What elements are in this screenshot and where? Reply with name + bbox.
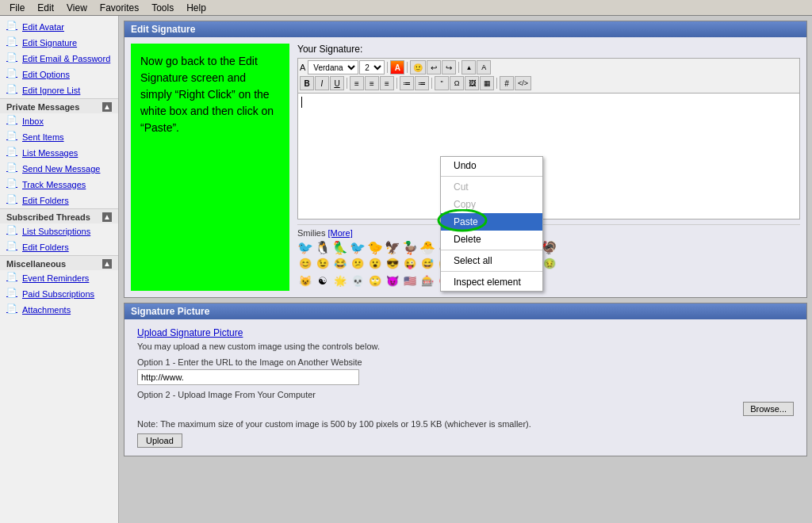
signature-picture-title: Signature Picture xyxy=(124,303,806,319)
context-menu-undo[interactable]: Undo xyxy=(441,157,542,174)
edit-signature-panel: Edit Signature Now go back to the Edit S… xyxy=(124,21,807,298)
sidebar-item-list-messages[interactable]: 📄 List Messages xyxy=(0,145,118,161)
image-btn[interactable]: 🖼 xyxy=(465,76,479,90)
underline-btn[interactable]: U xyxy=(330,76,344,90)
source-btn[interactable]: ▲ xyxy=(462,60,476,74)
bold-btn[interactable]: B xyxy=(300,76,314,90)
sidebar-item-track-messages[interactable]: 📄 Track Messages xyxy=(0,177,118,193)
ul-btn[interactable]: ≔ xyxy=(400,76,414,90)
wysiwyg-btn[interactable]: A xyxy=(477,60,491,74)
menu-file[interactable]: File xyxy=(3,1,31,15)
smilies-row-faces-2: 😺 ☯ 🌟 💀 🙄 😈 🇺🇸 🎰 🎯 🍀 🥇 🤦 xyxy=(297,275,800,291)
smiley-face-7[interactable]: 😜 xyxy=(402,258,418,273)
smiley-bird-15[interactable]: 🦃 xyxy=(542,240,557,256)
sidebar-section-subscribed: Subscribed Threads ▲ xyxy=(0,208,118,223)
toolbar-divider-5 xyxy=(396,78,397,89)
italic-btn[interactable]: I xyxy=(315,76,329,90)
smiley-face-4[interactable]: 😕 xyxy=(350,258,366,273)
upload-button[interactable]: Upload xyxy=(137,433,182,448)
your-signature-label: Your Signature: xyxy=(297,44,800,55)
smiley-face-15[interactable]: 🤢 xyxy=(542,258,557,273)
smiley-face-22[interactable]: ☯ xyxy=(315,275,331,291)
sidebar-item-paid-subscriptions[interactable]: 📄 Paid Subscriptions xyxy=(0,286,118,302)
url-input[interactable] xyxy=(137,369,359,385)
context-menu-paste[interactable]: Paste xyxy=(441,213,542,231)
upload-signature-title[interactable]: Upload Signature Picture xyxy=(137,327,794,338)
menu-favorites[interactable]: Favorites xyxy=(94,1,145,15)
smilies-more-link[interactable]: [More] xyxy=(328,228,353,238)
collapse-icon[interactable]: ▲ xyxy=(102,259,112,269)
sidebar-item-edit-signature[interactable]: 📄 Edit Signature xyxy=(0,35,118,51)
smiley-bird-4[interactable]: 🐦 xyxy=(350,240,366,256)
size-select[interactable]: 2 xyxy=(359,60,385,74)
sidebar-item-sent-items[interactable]: 📄 Sent Items xyxy=(0,129,118,145)
context-menu-copy[interactable]: Copy xyxy=(441,196,542,213)
editor-wrapper: Undo Cut Copy Paste Delete xyxy=(297,93,800,220)
sidebar-item-inbox[interactable]: 📄 Inbox xyxy=(0,113,118,129)
quote-btn[interactable]: " xyxy=(435,76,449,90)
collapse-icon[interactable]: ▲ xyxy=(102,102,112,112)
redo-btn[interactable]: ↪ xyxy=(442,60,456,74)
editor-body[interactable] xyxy=(297,93,800,220)
sidebar-item-edit-email[interactable]: 📄 Edit Email & Password xyxy=(0,51,118,67)
smiley-face-25[interactable]: 🙄 xyxy=(367,275,383,291)
text-cursor xyxy=(301,97,302,108)
collapse-icon[interactable]: ▲ xyxy=(102,212,112,222)
smiley-face-8[interactable]: 😅 xyxy=(419,258,435,273)
smiley-face-27[interactable]: 🇺🇸 xyxy=(402,275,418,291)
ol-btn[interactable]: ≔ xyxy=(415,76,429,90)
smiley-face-2[interactable]: 😉 xyxy=(315,258,331,273)
toolbar-divider xyxy=(387,62,388,73)
smiley-btn[interactable]: 🙂 xyxy=(410,60,426,74)
editor-toolbar: A Verdana 2 A 🙂 ↩ ↪ xyxy=(297,58,800,93)
sidebar-section-private-messages: Private Messages ▲ xyxy=(0,98,118,113)
sidebar-item-send-new-message[interactable]: 📄 Send New Message xyxy=(0,161,118,177)
align-center-btn[interactable]: ≡ xyxy=(365,76,379,90)
smiley-bird-7[interactable]: 🦆 xyxy=(402,240,418,256)
sidebar-item-list-subscriptions[interactable]: 📄 List Subscriptions xyxy=(0,223,118,239)
smiley-bird-2[interactable]: 🐧 xyxy=(315,240,331,256)
smiley-bird-6[interactable]: 🦅 xyxy=(385,240,400,256)
browse-button[interactable]: Browse... xyxy=(743,402,794,416)
menu-help[interactable]: Help xyxy=(180,1,213,15)
smiley-face-21[interactable]: 😺 xyxy=(297,275,313,291)
smiley-face-1[interactable]: 😊 xyxy=(297,258,313,273)
smiley-face-3[interactable]: 😂 xyxy=(332,258,348,273)
context-menu-inspect[interactable]: Inspect element xyxy=(441,273,542,291)
sidebar-item-edit-options[interactable]: 📄 Edit Options xyxy=(0,67,118,82)
font-select[interactable]: Verdana xyxy=(308,60,358,74)
sidebar-item-event-reminders[interactable]: 📄 Event Reminders xyxy=(0,270,118,286)
smiley-bird-3[interactable]: 🦜 xyxy=(332,240,348,256)
special-btn[interactable]: Ω xyxy=(450,76,464,90)
sidebar-item-edit-avatar[interactable]: 📄 Edit Avatar xyxy=(0,19,118,35)
context-menu-select-all[interactable]: Select all xyxy=(441,252,542,269)
menu-tools[interactable]: Tools xyxy=(145,1,180,15)
table-btn[interactable]: ▦ xyxy=(480,76,494,90)
content-area: Edit Signature Now go back to the Edit S… xyxy=(119,16,812,523)
smiley-bird-5[interactable]: 🐤 xyxy=(367,240,383,256)
smiley-face-6[interactable]: 😎 xyxy=(385,258,400,273)
smilies-label: Smilies [More] xyxy=(297,228,800,238)
menu-edit[interactable]: Edit xyxy=(31,1,60,15)
font-color-btn[interactable]: A xyxy=(390,60,404,74)
context-menu-delete[interactable]: Delete xyxy=(441,231,542,248)
smiley-bird-1[interactable]: 🐦 xyxy=(297,240,313,256)
context-menu-separator-3 xyxy=(441,271,542,272)
smiley-face-28[interactable]: 🎰 xyxy=(419,275,435,291)
hash-btn[interactable]: # xyxy=(500,76,514,90)
sidebar-item-attachments[interactable]: 📄 Attachments xyxy=(0,302,118,318)
sidebar-item-edit-ignore[interactable]: 📄 Edit Ignore List xyxy=(0,82,118,98)
smiley-bird-8[interactable]: 🐣 xyxy=(419,240,435,256)
menu-view[interactable]: View xyxy=(60,1,94,15)
smiley-face-23[interactable]: 🌟 xyxy=(332,275,348,291)
smiley-face-26[interactable]: 😈 xyxy=(385,275,400,291)
smiley-face-24[interactable]: 💀 xyxy=(350,275,366,291)
align-left-btn[interactable]: ≡ xyxy=(350,76,364,90)
smiley-face-5[interactable]: 😮 xyxy=(367,258,383,273)
undo-btn[interactable]: ↩ xyxy=(427,60,441,74)
sidebar-item-edit-folders-1[interactable]: 📄 Edit Folders xyxy=(0,193,118,208)
code-btn[interactable]: </> xyxy=(515,76,531,90)
context-menu-cut[interactable]: Cut xyxy=(441,178,542,196)
align-right-btn[interactable]: ≡ xyxy=(380,76,394,90)
sidebar-item-edit-folders-2[interactable]: 📄 Edit Folders xyxy=(0,239,118,255)
